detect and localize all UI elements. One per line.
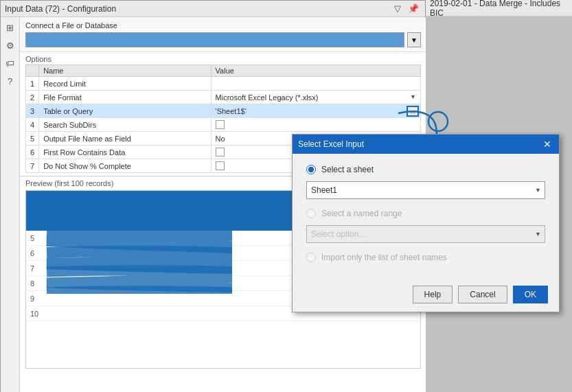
select-named-range-label: Select a named range [321,209,402,218]
row-num: 3 [26,104,39,118]
dialog-titlebar: Select Excel Input ✕ [293,135,559,154]
select-sheet-label: Select a sheet [321,165,374,174]
sidebar-icon-grid[interactable]: ⊞ [3,20,18,35]
dialog-footer: Help Cancel OK [293,280,559,312]
select-named-range-row: Select a named range [306,209,545,218]
sidebar-icon-tag[interactable]: 🏷 [3,56,18,71]
named-range-select[interactable]: Select option... [306,225,545,243]
help-button[interactable]: Help [413,286,453,303]
row-name: Do Not Show % Complete [39,159,211,173]
table-row: 4 Search SubDirs [26,118,421,132]
row-num: 5 [26,132,39,146]
dialog-body: Select a sheet Sheet1 Select a named ran… [293,154,559,280]
row-name: First Row Contains Data [39,146,211,159]
file-path-input[interactable] [25,32,404,47]
row-value-checkbox[interactable] [211,118,420,132]
pin-button[interactable]: 📌 [406,3,421,14]
preview-row-num: 10 [30,310,44,318]
options-label: Options [25,55,421,63]
browse-button[interactable]: ... [407,106,419,117]
row-value[interactable] [211,77,420,91]
named-range-select-wrapper: Select option... [306,225,545,243]
import-sheet-names-label: Import only the list of sheet names [321,253,447,262]
checkbox-search-subdirs[interactable] [216,120,225,129]
row-name: Table or Query [39,104,211,118]
workflow-title: 2019-02-01 - Data Merge - Includes BIC [426,0,572,16]
row-name: Search SubDirs [39,118,211,132]
dialog-title: Select Excel Input [298,139,364,149]
panel-title: Input Data (72) - Configuration [5,4,116,14]
row-num: 2 [26,91,39,104]
ok-button[interactable]: OK [513,286,548,303]
table-row: 1 Record Limit [26,77,421,91]
import-sheet-names-row: Import only the list of sheet names [306,253,545,262]
sidebar: ⊞ ⚙ 🏷 ? [1,17,20,392]
minimize-button[interactable]: ▽ [392,3,403,14]
select-excel-dialog: Select Excel Input ✕ Select a sheet Shee… [292,134,560,312]
checkbox-no-progress[interactable] [216,161,225,170]
table-row-selected: 3 Table or Query 'Sheet1$' ... [26,104,421,118]
row-value[interactable]: Microsoft Excel Legacy (*.xlsx) ▼ [211,91,420,104]
sidebar-icon-help[interactable]: ? [3,73,18,89]
preview-row-num: 7 [30,264,44,273]
dialog-close-button[interactable]: ✕ [541,138,553,150]
checkbox-first-row[interactable] [216,148,225,157]
row-num: 1 [26,77,39,91]
connect-row: ▼ [25,32,421,47]
preview-row-num: 5 [30,234,44,242]
row-num: 6 [26,146,39,159]
col-header-empty [26,65,39,77]
sheet-select[interactable]: Sheet1 [306,181,545,199]
title-bar-right: ▽ 📌 [392,3,421,14]
connect-label: Connect a File or Database [25,21,421,30]
row-num: 4 [26,118,39,132]
row-num: 7 [26,159,39,173]
workflow-title-text: 2019-02-01 - Data Merge - Includes BIC [430,0,568,18]
select-sheet-row: Select a sheet [306,165,545,174]
import-sheet-names-radio[interactable] [306,253,316,262]
preview-row-num: 6 [30,249,44,257]
sidebar-icon-settings[interactable]: ⚙ [3,38,18,53]
title-bar-left: Input Data (72) - Configuration [5,4,116,14]
preview-row-num: 8 [30,279,44,288]
row-name: File Format [39,91,211,104]
file-dropdown-button[interactable]: ▼ [407,32,421,47]
cancel-button[interactable]: Cancel [458,286,507,303]
sheet-select-wrapper: Sheet1 [306,181,545,199]
row-name: Output File Name as Field [39,132,211,146]
connect-section: Connect a File or Database ▼ [20,17,426,52]
col-header-name: Name [39,65,211,77]
table-row: 2 File Format Microsoft Excel Legacy (*.… [26,91,421,104]
select-named-range-radio[interactable] [306,209,316,218]
preview-row-num: 9 [30,295,44,303]
select-sheet-radio[interactable] [306,165,316,174]
title-bar: Input Data (72) - Configuration ▽ 📌 [1,1,425,17]
col-header-value: Value [211,65,420,77]
row-value-browse[interactable]: 'Sheet1$' ... [211,104,420,118]
row-name: Record Limit [39,77,211,91]
